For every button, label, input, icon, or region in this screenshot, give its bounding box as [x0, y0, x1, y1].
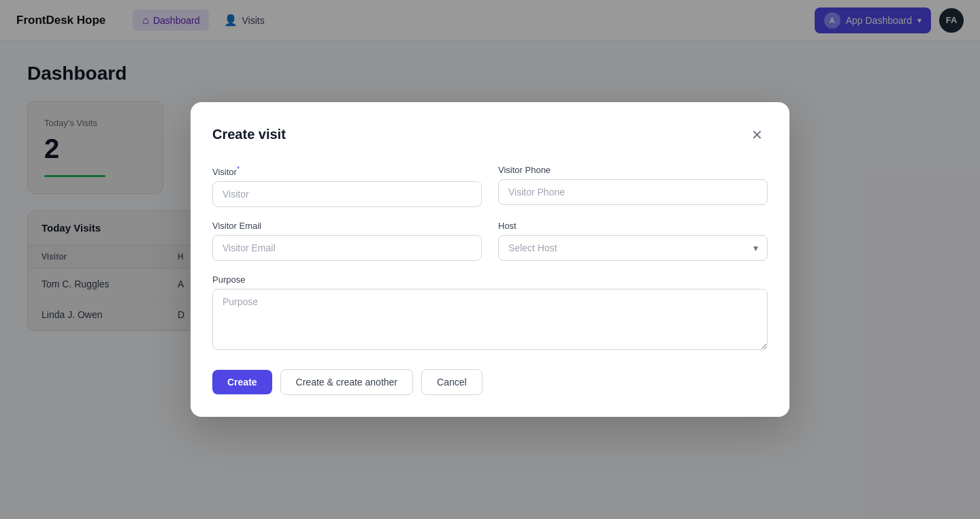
form-row-visitor: Visitor* Visitor Phone — [212, 165, 768, 207]
modal-actions: Create Create & create another Cancel — [212, 369, 768, 395]
visitor-phone-input[interactable] — [498, 179, 768, 205]
cancel-button[interactable]: Cancel — [421, 369, 483, 395]
form-group-host: Host Select Host ▾ — [498, 221, 768, 261]
visitor-email-label: Visitor Email — [212, 221, 482, 231]
create-visit-modal: Create visit ✕ Visitor* Visitor Phone Vi… — [191, 102, 789, 417]
form-group-visitor: Visitor* — [212, 165, 482, 207]
form-group-visitor-email: Visitor Email — [212, 221, 482, 261]
form-row-purpose: Purpose — [212, 274, 768, 350]
visitor-label: Visitor* — [212, 165, 482, 177]
host-select-wrapper: Select Host ▾ — [498, 235, 768, 261]
host-label: Host — [498, 221, 768, 231]
visitor-input[interactable] — [212, 181, 482, 207]
create-button[interactable]: Create — [212, 370, 272, 394]
form-row-email-host: Visitor Email Host Select Host ▾ — [212, 221, 768, 261]
visitor-phone-label: Visitor Phone — [498, 165, 768, 175]
form-group-visitor-phone: Visitor Phone — [498, 165, 768, 207]
visitor-email-input[interactable] — [212, 235, 482, 261]
purpose-textarea[interactable] — [212, 289, 768, 350]
modal-title: Create visit — [212, 127, 286, 142]
host-select[interactable]: Select Host — [498, 235, 768, 261]
modal-close-button[interactable]: ✕ — [746, 124, 768, 146]
create-another-button[interactable]: Create & create another — [280, 369, 413, 395]
modal-header: Create visit ✕ — [212, 124, 768, 146]
form-group-purpose: Purpose — [212, 274, 768, 350]
purpose-label: Purpose — [212, 274, 768, 285]
modal-overlay: Create visit ✕ Visitor* Visitor Phone Vi… — [0, 0, 980, 519]
